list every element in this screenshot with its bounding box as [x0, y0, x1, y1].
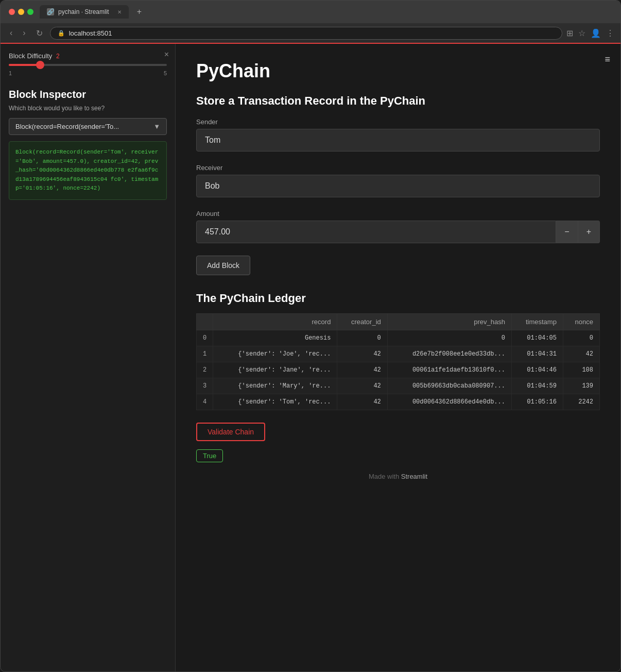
- cell-index: 2: [197, 362, 213, 378]
- cell-creator-id: 0: [337, 330, 387, 346]
- url-bar[interactable]: 🔒 localhost:8501: [50, 27, 562, 40]
- increment-button[interactable]: +: [578, 221, 600, 243]
- cell-record: {'sender': 'Joe', 'rec...: [213, 346, 337, 362]
- browser-nav-icons: ⊞ ☆ 👤 ⋮: [566, 28, 614, 38]
- col-record: record: [213, 314, 337, 330]
- slider-fill: [9, 64, 40, 66]
- block-code-text: Block(record=Record(sender='Tom', receiv…: [15, 149, 158, 191]
- amount-section: Amount − +: [196, 210, 600, 243]
- bookmark-icon[interactable]: ☆: [578, 28, 585, 38]
- reload-button[interactable]: ↻: [33, 27, 46, 39]
- back-button[interactable]: ‹: [7, 27, 15, 39]
- traffic-lights: [9, 9, 33, 15]
- ledger-table: record creator_id prev_hash timestamp no…: [196, 313, 600, 410]
- tab-title: pychain · Streamlit: [58, 8, 109, 15]
- ledger-header-row: record creator_id prev_hash timestamp no…: [197, 314, 600, 330]
- amount-label: Amount: [196, 210, 600, 217]
- col-timestamp: timestamp: [511, 314, 563, 330]
- cell-creator-id: 42: [337, 394, 387, 410]
- cell-record: Genesis: [213, 330, 337, 346]
- cell-creator-id: 42: [337, 346, 387, 362]
- table-row: 2 {'sender': 'Jane', 're... 42 00061a1fe…: [197, 362, 600, 378]
- browser-tab[interactable]: 🔗 pychain · Streamlit ✕: [40, 5, 129, 19]
- slider-min: 1: [9, 70, 12, 76]
- browser-nav: ‹ › ↻ 🔒 localhost:8501 ⊞ ☆ 👤 ⋮: [1, 23, 620, 44]
- amount-input[interactable]: [196, 221, 556, 243]
- footer-brand[interactable]: Streamlit: [401, 473, 427, 480]
- block-inspector-title: Block Inspector: [9, 89, 167, 100]
- cell-index: 1: [197, 346, 213, 362]
- block-difficulty-section: Block Difficulty 2 1 5: [9, 52, 167, 76]
- cell-prev-hash: 005b69663db0caba080907...: [387, 378, 511, 394]
- block-select-dropdown[interactable]: Block(record=Record(sender='To... ▼: [9, 118, 167, 135]
- forward-button[interactable]: ›: [20, 27, 28, 39]
- slider-range: 1 5: [9, 70, 167, 76]
- block-inspector-subtitle: Which block would you like to see?: [9, 105, 167, 112]
- app-layout: × Block Difficulty 2 1 5: [1, 44, 620, 671]
- cell-nonce: 108: [563, 362, 599, 378]
- menu-icon[interactable]: ⋮: [606, 28, 614, 38]
- url-text: localhost:8501: [69, 29, 555, 37]
- col-prev-hash: prev_hash: [387, 314, 511, 330]
- sender-input[interactable]: [196, 129, 600, 152]
- receiver-section: Receiver: [196, 164, 600, 197]
- cell-prev-hash: 00d0064362d8866ed4e0db...: [387, 394, 511, 410]
- close-traffic-light[interactable]: [9, 9, 15, 15]
- lock-icon: 🔒: [58, 30, 65, 37]
- cell-index: 4: [197, 394, 213, 410]
- minimize-traffic-light[interactable]: [18, 9, 24, 15]
- add-block-button[interactable]: Add Block: [196, 256, 250, 275]
- col-index: [197, 314, 213, 330]
- cell-nonce: 0: [563, 330, 599, 346]
- table-row: 0 Genesis 0 0 01:04:05 0: [197, 330, 600, 346]
- footer-text: Made with: [369, 473, 401, 480]
- cell-prev-hash: 0: [387, 330, 511, 346]
- decrement-button[interactable]: −: [556, 221, 578, 243]
- slider-thumb[interactable]: [36, 61, 44, 69]
- block-code-display: Block(record=Record(sender='Tom', receiv…: [9, 141, 167, 200]
- validate-chain-button[interactable]: Validate Chain: [196, 423, 265, 441]
- footer: Made with Streamlit: [196, 462, 600, 491]
- hamburger-menu-icon[interactable]: ≡: [605, 54, 610, 65]
- table-row: 3 {'sender': 'Mary', 're... 42 005b69663…: [197, 378, 600, 394]
- cell-creator-id: 42: [337, 362, 387, 378]
- form-section-title: Store a Transaction Record in the PyChai…: [196, 94, 600, 108]
- receiver-label: Receiver: [196, 164, 600, 172]
- sidebar-close-button[interactable]: ×: [164, 50, 169, 59]
- receiver-input[interactable]: [196, 175, 600, 197]
- slider-container[interactable]: [9, 64, 167, 66]
- page-title: PyChain: [196, 60, 600, 82]
- slider-max: 5: [164, 70, 167, 76]
- col-creator-id: creator_id: [337, 314, 387, 330]
- validate-result-badge: True: [196, 449, 223, 462]
- new-tab-button[interactable]: +: [137, 7, 142, 16]
- sidebar: × Block Difficulty 2 1 5: [1, 44, 176, 671]
- amount-row: − +: [196, 221, 600, 243]
- slider-label: Block Difficulty 2: [9, 52, 167, 60]
- browser-window: 🔗 pychain · Streamlit ✕ + ‹ › ↻ 🔒 localh…: [0, 0, 621, 672]
- slider-track: [9, 64, 167, 66]
- cell-creator-id: 42: [337, 378, 387, 394]
- cell-record: {'sender': 'Tom', 'rec...: [213, 394, 337, 410]
- sender-label: Sender: [196, 118, 600, 126]
- table-row: 4 {'sender': 'Tom', 'rec... 42 00d006436…: [197, 394, 600, 410]
- main-content: ≡ PyChain Store a Transaction Record in …: [176, 44, 620, 671]
- ledger-title: The PyChain Ledger: [196, 292, 600, 305]
- cell-timestamp: 01:04:31: [511, 346, 563, 362]
- cell-nonce: 42: [563, 346, 599, 362]
- cell-timestamp: 01:04:05: [511, 330, 563, 346]
- dropdown-arrow-icon: ▼: [153, 123, 160, 130]
- col-nonce: nonce: [563, 314, 599, 330]
- cell-nonce: 2242: [563, 394, 599, 410]
- tab-favicon-icon: 🔗: [47, 8, 54, 15]
- cell-prev-hash: d26e7b2f008ee1e0ed33db...: [387, 346, 511, 362]
- table-row: 1 {'sender': 'Joe', 'rec... 42 d26e7b2f0…: [197, 346, 600, 362]
- cell-index: 0: [197, 330, 213, 346]
- cell-timestamp: 01:04:46: [511, 362, 563, 378]
- tab-close-icon[interactable]: ✕: [117, 9, 122, 15]
- profile-icon[interactable]: 👤: [591, 28, 601, 38]
- browser-titlebar: 🔗 pychain · Streamlit ✕ +: [1, 1, 620, 23]
- cell-nonce: 139: [563, 378, 599, 394]
- maximize-traffic-light[interactable]: [27, 9, 33, 15]
- grid-icon[interactable]: ⊞: [566, 28, 573, 38]
